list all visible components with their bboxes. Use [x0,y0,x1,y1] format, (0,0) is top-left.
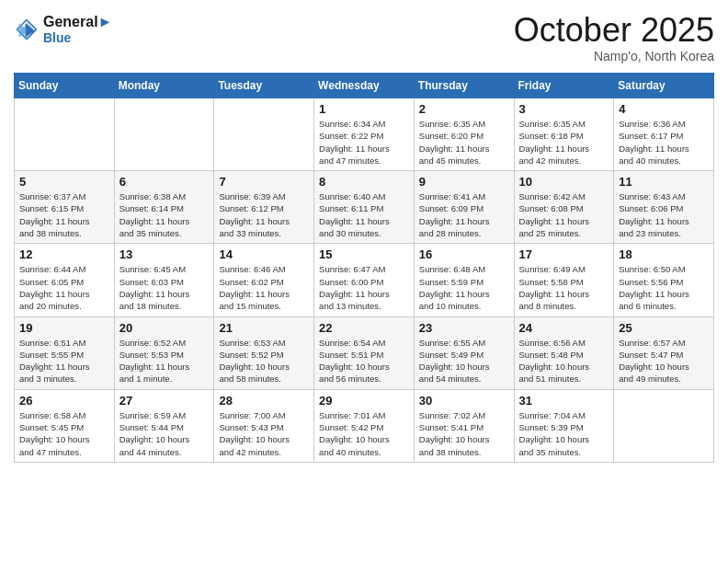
day-cell-16: 16Sunrise: 6:48 AM Sunset: 5:59 PM Dayli… [414,244,514,316]
weekday-header-wednesday: Wednesday [314,74,415,98]
day-cell-10: 10Sunrise: 6:42 AM Sunset: 6:08 PM Dayli… [514,171,614,244]
day-cell-14: 14Sunrise: 6:46 AM Sunset: 6:02 PM Dayli… [214,244,314,316]
day-number-20: 20 [119,321,210,335]
day-info-1: Sunrise: 6:34 AM Sunset: 6:22 PM Dayligh… [319,118,409,167]
day-cell-28: 28Sunrise: 7:00 AM Sunset: 5:43 PM Dayli… [214,389,314,462]
day-info-23: Sunrise: 6:55 AM Sunset: 5:49 PM Dayligh… [419,337,509,385]
day-number-15: 15 [319,247,409,261]
day-info-11: Sunrise: 6:43 AM Sunset: 6:06 PM Dayligh… [619,190,709,239]
day-number-4: 4 [619,102,709,116]
week-row-1: 1Sunrise: 6:34 AM Sunset: 6:22 PM Daylig… [15,98,714,171]
day-number-13: 13 [119,247,210,261]
day-info-2: Sunrise: 6:35 AM Sunset: 6:20 PM Dayligh… [419,118,509,167]
day-number-8: 8 [319,175,409,189]
week-row-3: 12Sunrise: 6:44 AM Sunset: 6:05 PM Dayli… [15,244,714,316]
day-cell-13: 13Sunrise: 6:45 AM Sunset: 6:03 PM Dayli… [114,244,214,316]
day-info-26: Sunrise: 6:58 AM Sunset: 5:45 PM Dayligh… [19,409,109,458]
day-number-11: 11 [619,175,709,189]
day-info-25: Sunrise: 6:57 AM Sunset: 5:47 PM Dayligh… [619,337,709,385]
day-info-28: Sunrise: 7:00 AM Sunset: 5:43 PM Dayligh… [219,409,309,458]
day-cell-15: 15Sunrise: 6:47 AM Sunset: 6:00 PM Dayli… [314,244,415,316]
day-cell-9: 9Sunrise: 6:41 AM Sunset: 6:09 PM Daylig… [414,171,514,244]
day-cell-25: 25Sunrise: 6:57 AM Sunset: 5:47 PM Dayli… [614,316,714,389]
day-number-22: 22 [319,321,409,335]
weekday-header-sunday: Sunday [15,74,115,98]
day-number-5: 5 [19,175,109,189]
weekday-header-monday: Monday [114,74,214,98]
day-cell-7: 7Sunrise: 6:39 AM Sunset: 6:12 PM Daylig… [214,171,314,244]
day-number-27: 27 [119,394,210,408]
day-info-19: Sunrise: 6:51 AM Sunset: 5:55 PM Dayligh… [19,337,109,385]
day-number-24: 24 [519,321,609,335]
empty-cell [614,389,714,462]
day-info-14: Sunrise: 6:46 AM Sunset: 6:02 PM Dayligh… [219,263,309,312]
week-row-5: 26Sunrise: 6:58 AM Sunset: 5:45 PM Dayli… [15,389,714,462]
day-cell-26: 26Sunrise: 6:58 AM Sunset: 5:45 PM Dayli… [15,389,115,462]
day-number-10: 10 [519,175,609,189]
day-info-20: Sunrise: 6:52 AM Sunset: 5:53 PM Dayligh… [119,337,210,385]
day-number-31: 31 [519,394,609,408]
day-cell-11: 11Sunrise: 6:43 AM Sunset: 6:06 PM Dayli… [614,171,714,244]
logo: General► Blue [14,14,112,45]
day-number-21: 21 [219,321,309,335]
day-cell-4: 4Sunrise: 6:36 AM Sunset: 6:17 PM Daylig… [614,98,714,171]
day-info-12: Sunrise: 6:44 AM Sunset: 6:05 PM Dayligh… [19,263,109,312]
day-cell-20: 20Sunrise: 6:52 AM Sunset: 5:53 PM Dayli… [114,316,214,389]
day-info-30: Sunrise: 7:02 AM Sunset: 5:41 PM Dayligh… [419,409,509,458]
day-cell-31: 31Sunrise: 7:04 AM Sunset: 5:39 PM Dayli… [514,389,614,462]
day-cell-30: 30Sunrise: 7:02 AM Sunset: 5:41 PM Dayli… [414,389,514,462]
day-cell-2: 2Sunrise: 6:35 AM Sunset: 6:20 PM Daylig… [414,98,514,171]
day-number-3: 3 [519,102,609,116]
day-info-22: Sunrise: 6:54 AM Sunset: 5:51 PM Dayligh… [319,337,409,385]
day-info-3: Sunrise: 6:35 AM Sunset: 6:18 PM Dayligh… [519,118,609,167]
day-number-26: 26 [19,394,109,408]
day-info-15: Sunrise: 6:47 AM Sunset: 6:00 PM Dayligh… [319,263,409,312]
title-block: October 2025 Namp'o, North Korea [514,14,714,63]
day-info-16: Sunrise: 6:48 AM Sunset: 5:59 PM Dayligh… [419,263,509,312]
empty-cell [114,98,214,171]
day-number-19: 19 [19,321,109,335]
day-number-7: 7 [219,175,309,189]
day-cell-17: 17Sunrise: 6:49 AM Sunset: 5:58 PM Dayli… [514,244,614,316]
day-cell-18: 18Sunrise: 6:50 AM Sunset: 5:56 PM Dayli… [614,244,714,316]
weekday-header-tuesday: Tuesday [214,74,314,98]
day-number-1: 1 [319,102,409,116]
day-number-28: 28 [219,394,309,408]
day-number-25: 25 [619,321,709,335]
day-cell-24: 24Sunrise: 6:56 AM Sunset: 5:48 PM Dayli… [514,316,614,389]
day-info-8: Sunrise: 6:40 AM Sunset: 6:11 PM Dayligh… [319,190,409,239]
day-number-14: 14 [219,247,309,261]
empty-cell [214,98,314,171]
day-cell-21: 21Sunrise: 6:53 AM Sunset: 5:52 PM Dayli… [214,316,314,389]
day-cell-8: 8Sunrise: 6:40 AM Sunset: 6:11 PM Daylig… [314,171,415,244]
day-number-29: 29 [319,394,409,408]
logo-text: General► Blue [43,14,112,45]
day-number-18: 18 [619,247,709,261]
day-cell-6: 6Sunrise: 6:38 AM Sunset: 6:14 PM Daylig… [114,171,214,244]
day-number-9: 9 [419,175,509,189]
day-info-13: Sunrise: 6:45 AM Sunset: 6:03 PM Dayligh… [119,263,210,312]
day-cell-27: 27Sunrise: 6:59 AM Sunset: 5:44 PM Dayli… [114,389,214,462]
day-number-2: 2 [419,102,509,116]
empty-cell [15,98,115,171]
day-cell-1: 1Sunrise: 6:34 AM Sunset: 6:22 PM Daylig… [314,98,415,171]
day-cell-23: 23Sunrise: 6:55 AM Sunset: 5:49 PM Dayli… [414,316,514,389]
day-cell-3: 3Sunrise: 6:35 AM Sunset: 6:18 PM Daylig… [514,98,614,171]
day-cell-29: 29Sunrise: 7:01 AM Sunset: 5:42 PM Dayli… [314,389,415,462]
day-info-21: Sunrise: 6:53 AM Sunset: 5:52 PM Dayligh… [219,337,309,385]
weekday-header-row: SundayMondayTuesdayWednesdayThursdayFrid… [15,74,714,98]
day-info-31: Sunrise: 7:04 AM Sunset: 5:39 PM Dayligh… [519,409,609,458]
page-header: General► Blue October 2025 Namp'o, North… [14,14,714,63]
day-cell-12: 12Sunrise: 6:44 AM Sunset: 6:05 PM Dayli… [15,244,115,316]
day-info-17: Sunrise: 6:49 AM Sunset: 5:58 PM Dayligh… [519,263,609,312]
day-info-4: Sunrise: 6:36 AM Sunset: 6:17 PM Dayligh… [619,118,709,167]
logo-icon [14,17,40,42]
day-number-16: 16 [419,247,509,261]
weekday-header-thursday: Thursday [414,74,514,98]
day-number-30: 30 [419,394,509,408]
day-info-27: Sunrise: 6:59 AM Sunset: 5:44 PM Dayligh… [119,409,210,458]
weekday-header-friday: Friday [514,74,614,98]
day-number-23: 23 [419,321,509,335]
weekday-header-saturday: Saturday [614,74,714,98]
day-cell-19: 19Sunrise: 6:51 AM Sunset: 5:55 PM Dayli… [15,316,115,389]
